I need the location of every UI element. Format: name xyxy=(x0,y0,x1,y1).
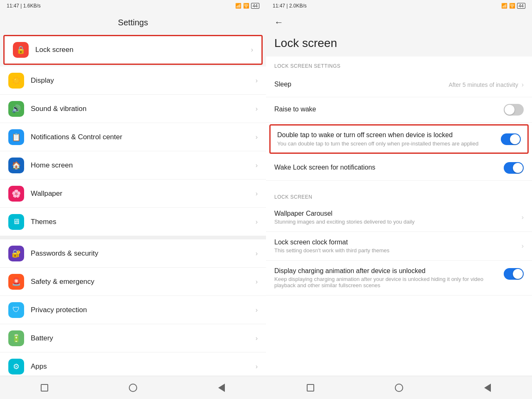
wallpaper-carousel-subtitle: Stunning images and exciting stories del… xyxy=(274,219,520,225)
sleep-row[interactable]: Sleep After 5 minutes of inactivity › xyxy=(266,72,532,97)
charging-animation-row[interactable]: Display charging animation after device … xyxy=(266,261,532,296)
privacy-chevron: › xyxy=(256,306,258,314)
settings-item-passwords[interactable]: 🔐 Passwords & security › xyxy=(0,239,266,268)
settings-item-sound[interactable]: 🔊 Sound & vibration › xyxy=(0,95,266,123)
safety-chevron: › xyxy=(256,278,258,286)
nav-back-left[interactable] xyxy=(214,380,229,395)
settings-item-wallpaper[interactable]: 🌸 Wallpaper › xyxy=(0,180,266,208)
wallpaper-carousel-row[interactable]: Wallpaper Carousel Stunning images and e… xyxy=(266,203,532,232)
right-bottom-nav xyxy=(266,376,532,399)
square-icon xyxy=(41,384,48,392)
right-circle-icon xyxy=(395,384,403,392)
circle-icon xyxy=(129,384,137,392)
wake-lock-thumb xyxy=(513,163,523,173)
sound-label: Sound & vibration xyxy=(31,105,256,113)
settings-list[interactable]: 🔒 Lock screen › ☀️ Display › 🔊 Sound & v… xyxy=(0,33,266,376)
right-square-icon xyxy=(307,384,314,392)
sleep-content: Sleep xyxy=(274,81,448,89)
wallpaper-carousel-content: Wallpaper Carousel Stunning images and e… xyxy=(274,210,520,225)
wallpaper-carousel-chevron: › xyxy=(522,214,524,221)
right-status-bar: 11:47 | 2.0KB/s 📶 🛜 44 xyxy=(266,0,532,12)
section-label-lock-screen-settings: LOCK SCREEN SETTINGS xyxy=(266,57,532,72)
double-tap-row[interactable]: Double tap to wake or turn off screen wh… xyxy=(269,124,529,154)
right-wifi-icon: 🛜 xyxy=(509,3,515,9)
right-signal-icon: 📶 xyxy=(501,3,507,9)
section-spacer xyxy=(266,181,532,187)
back-triangle-icon xyxy=(218,384,225,392)
battery-icon: 44 xyxy=(251,3,259,9)
left-status-bar: 11:47 | 1.6KB/s 📶 🛜 44 xyxy=(0,0,266,12)
clock-format-row[interactable]: Lock screen clock format This setting do… xyxy=(266,232,532,261)
section-label-lock-screen: LOCK SCREEN xyxy=(266,187,532,203)
settings-item-lock-screen[interactable]: 🔒 Lock screen › xyxy=(3,35,263,65)
sound-chevron: › xyxy=(256,105,258,113)
display-icon: ☀️ xyxy=(8,73,24,89)
settings-item-notifications[interactable]: 📋 Notifications & Control center › xyxy=(0,123,266,151)
double-tap-title: Double tap to wake or turn off screen wh… xyxy=(277,131,496,139)
notifications-chevron: › xyxy=(256,133,258,141)
signal-icon: 📶 xyxy=(235,3,241,9)
apps-icon: ⚙ xyxy=(8,359,24,374)
clock-format-chevron: › xyxy=(522,242,524,250)
wallpaper-carousel-title: Wallpaper Carousel xyxy=(274,210,520,217)
nav-square-left[interactable] xyxy=(37,380,52,395)
raise-to-wake-row[interactable]: Raise to wake xyxy=(266,97,532,123)
nav-back-right[interactable] xyxy=(480,380,495,395)
safety-label: Safety & emergency xyxy=(31,278,256,286)
lock-screen-title-bar: Lock screen xyxy=(266,33,532,57)
privacy-icon: 🛡 xyxy=(8,302,24,318)
battery-settings-icon: 🔋 xyxy=(8,330,24,346)
apps-label: Apps xyxy=(31,362,256,371)
double-tap-toggle[interactable] xyxy=(501,133,521,145)
clock-format-subtitle: This setting doesn't work with third par… xyxy=(274,247,520,254)
left-time: 11:47 | 1.6KB/s xyxy=(7,3,41,9)
charging-animation-thumb xyxy=(513,269,523,279)
double-tap-content: Double tap to wake or turn off screen wh… xyxy=(277,131,496,147)
charging-animation-content: Display charging animation after device … xyxy=(274,267,499,288)
wake-lock-toggle[interactable] xyxy=(504,162,524,174)
settings-item-battery[interactable]: 🔋 Battery › xyxy=(0,324,266,352)
settings-item-display[interactable]: ☀️ Display › xyxy=(0,66,266,95)
home-label: Home screen xyxy=(31,161,256,170)
battery-label: Battery xyxy=(31,334,256,342)
settings-item-home-screen[interactable]: 🏠 Home screen › xyxy=(0,151,266,180)
themes-icon: 🖥 xyxy=(8,214,24,230)
left-status-icons: 📶 🛜 44 xyxy=(235,3,259,9)
nav-circle-right[interactable] xyxy=(392,380,406,395)
safety-icon: 🚨 xyxy=(8,274,24,290)
display-label: Display xyxy=(31,76,256,85)
lock-screen-chevron: › xyxy=(251,46,253,54)
lock-screen-label: Lock screen xyxy=(35,46,251,54)
wallpaper-chevron: › xyxy=(256,190,258,197)
nav-square-right[interactable] xyxy=(303,380,318,395)
left-phone-panel: 11:47 | 1.6KB/s 📶 🛜 44 Settings 🔒 Lock s… xyxy=(0,0,266,399)
charging-animation-title: Display charging animation after device … xyxy=(274,267,499,275)
lock-screen-page-title: Lock screen xyxy=(274,37,337,49)
back-button[interactable]: ← xyxy=(274,17,283,28)
settings-item-themes[interactable]: 🖥 Themes › xyxy=(0,208,266,236)
sleep-chevron: › xyxy=(522,81,524,89)
themes-label: Themes xyxy=(31,218,256,226)
left-bottom-nav xyxy=(0,376,266,399)
settings-item-privacy[interactable]: 🛡 Privacy protection › xyxy=(0,296,266,324)
clock-format-content: Lock screen clock format This setting do… xyxy=(274,239,520,254)
raise-to-wake-toggle[interactable] xyxy=(504,104,524,116)
themes-chevron: › xyxy=(256,218,258,226)
raise-to-wake-content: Raise to wake xyxy=(274,106,504,114)
raise-to-wake-thumb xyxy=(505,105,515,115)
settings-item-apps[interactable]: ⚙ Apps › xyxy=(0,352,266,376)
wifi-icon: 🛜 xyxy=(243,3,249,9)
settings-item-safety[interactable]: 🚨 Safety & emergency › xyxy=(0,268,266,296)
sleep-title: Sleep xyxy=(274,81,448,88)
charging-animation-toggle[interactable] xyxy=(504,268,524,280)
home-icon: 🏠 xyxy=(8,158,24,173)
right-back-triangle-icon xyxy=(484,384,491,392)
nav-circle-left[interactable] xyxy=(126,380,140,395)
settings-title: Settings xyxy=(118,18,148,27)
wake-lock-content: Wake Lock screen for notifications xyxy=(274,164,499,172)
passwords-label: Passwords & security xyxy=(31,249,256,258)
sound-icon: 🔊 xyxy=(8,101,24,117)
lock-screen-content[interactable]: LOCK SCREEN SETTINGS Sleep After 5 minut… xyxy=(266,57,532,376)
wake-lock-row[interactable]: Wake Lock screen for notifications xyxy=(266,155,532,181)
right-battery-icon: 44 xyxy=(517,3,525,9)
